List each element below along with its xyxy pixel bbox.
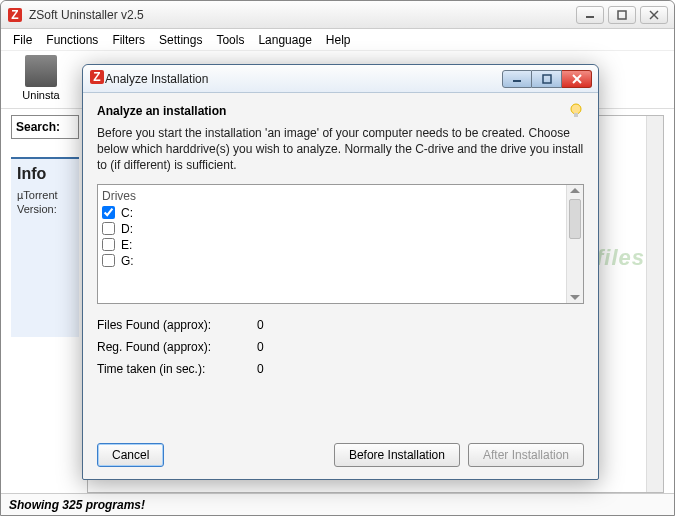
info-line2: Version: xyxy=(17,203,73,215)
drive-checkbox-e[interactable] xyxy=(102,238,115,251)
list-scrollbar[interactable] xyxy=(646,116,663,492)
menu-filters[interactable]: Filters xyxy=(106,31,151,49)
stat-reg: Reg. Found (approx): 0 xyxy=(97,340,584,354)
info-panel: Info µTorrent Version: xyxy=(11,157,79,337)
uninstall-label: Uninsta xyxy=(22,89,59,101)
dialog-title: Analyze Installation xyxy=(105,72,502,86)
menu-settings[interactable]: Settings xyxy=(153,31,208,49)
stat-reg-value: 0 xyxy=(257,340,297,354)
search-label: Search: xyxy=(16,120,60,134)
svg-point-12 xyxy=(571,104,581,114)
drives-scrollbar[interactable] xyxy=(566,185,583,303)
dialog-maximize-button[interactable] xyxy=(532,70,562,88)
drive-label: C: xyxy=(121,206,133,220)
dialog-footer: Cancel Before Installation After Install… xyxy=(97,433,584,467)
stat-time: Time taken (in sec.): 0 xyxy=(97,362,584,376)
scrollbar-thumb[interactable] xyxy=(569,199,581,239)
dialog-window-controls xyxy=(502,70,592,88)
drive-checkbox-g[interactable] xyxy=(102,254,115,267)
dialog-titlebar[interactable]: Z Analyze Installation xyxy=(83,65,598,93)
menu-file[interactable]: File xyxy=(7,31,38,49)
dialog-heading: Analyze an installation xyxy=(97,104,226,118)
stat-time-label: Time taken (in sec.): xyxy=(97,362,257,376)
cancel-button[interactable]: Cancel xyxy=(97,443,164,467)
window-controls xyxy=(576,6,668,24)
drive-checkbox-c[interactable] xyxy=(102,206,115,219)
statusbar: Showing 325 programs! xyxy=(1,493,674,515)
drive-checkbox-d[interactable] xyxy=(102,222,115,235)
after-label: After Installation xyxy=(483,448,569,462)
after-installation-button[interactable]: After Installation xyxy=(468,443,584,467)
before-installation-button[interactable]: Before Installation xyxy=(334,443,460,467)
drive-row-e[interactable]: E: xyxy=(102,237,562,253)
uninstall-icon xyxy=(25,55,57,87)
drive-label: E: xyxy=(121,238,132,252)
before-label: Before Installation xyxy=(349,448,445,462)
dialog-description: Before you start the installation 'an im… xyxy=(97,125,584,174)
main-title: ZSoft Uninstaller v2.5 xyxy=(29,8,576,22)
drives-list: Drives C: D: E: G: xyxy=(98,185,566,303)
stats-block: Files Found (approx): 0 Reg. Found (appr… xyxy=(97,318,584,384)
svg-text:Z: Z xyxy=(11,8,18,22)
left-panel: Search: Info µTorrent Version: xyxy=(11,115,79,493)
svg-text:Z: Z xyxy=(93,70,100,84)
app-icon: Z xyxy=(7,7,23,23)
menu-functions[interactable]: Functions xyxy=(40,31,104,49)
cancel-label: Cancel xyxy=(112,448,149,462)
menu-tools[interactable]: Tools xyxy=(210,31,250,49)
menubar: File Functions Filters Settings Tools La… xyxy=(1,29,674,51)
menu-language[interactable]: Language xyxy=(252,31,317,49)
stat-files: Files Found (approx): 0 xyxy=(97,318,584,332)
close-button[interactable] xyxy=(640,6,668,24)
drives-header: Drives xyxy=(102,187,562,205)
stat-reg-label: Reg. Found (approx): xyxy=(97,340,257,354)
drive-row-d[interactable]: D: xyxy=(102,221,562,237)
dialog-icon: Z xyxy=(89,69,105,88)
dialog-body: Analyze an installation Before you start… xyxy=(83,93,598,479)
dialog-heading-row: Analyze an installation xyxy=(97,103,584,119)
info-title: Info xyxy=(17,165,73,183)
drive-label: G: xyxy=(121,254,134,268)
search-box: Search: xyxy=(11,115,79,139)
drives-listbox: Drives C: D: E: G: xyxy=(97,184,584,304)
dialog-close-button[interactable] xyxy=(562,70,592,88)
svg-rect-3 xyxy=(618,11,626,19)
drive-label: D: xyxy=(121,222,133,236)
status-text: Showing 325 programs! xyxy=(9,498,145,512)
drive-row-c[interactable]: C: xyxy=(102,205,562,221)
lightbulb-icon xyxy=(568,103,584,119)
dialog-minimize-button[interactable] xyxy=(502,70,532,88)
stat-files-label: Files Found (approx): xyxy=(97,318,257,332)
stat-time-value: 0 xyxy=(257,362,297,376)
maximize-button[interactable] xyxy=(608,6,636,24)
stat-files-value: 0 xyxy=(257,318,297,332)
analyze-dialog: Z Analyze Installation Analyze an instal… xyxy=(82,64,599,480)
info-line1: µTorrent xyxy=(17,189,73,201)
svg-rect-9 xyxy=(543,75,551,83)
menu-help[interactable]: Help xyxy=(320,31,357,49)
drive-row-g[interactable]: G: xyxy=(102,253,562,269)
main-titlebar: Z ZSoft Uninstaller v2.5 xyxy=(1,1,674,29)
toolbar-uninstall[interactable]: Uninsta xyxy=(11,55,71,101)
minimize-button[interactable] xyxy=(576,6,604,24)
svg-rect-13 xyxy=(574,113,578,117)
